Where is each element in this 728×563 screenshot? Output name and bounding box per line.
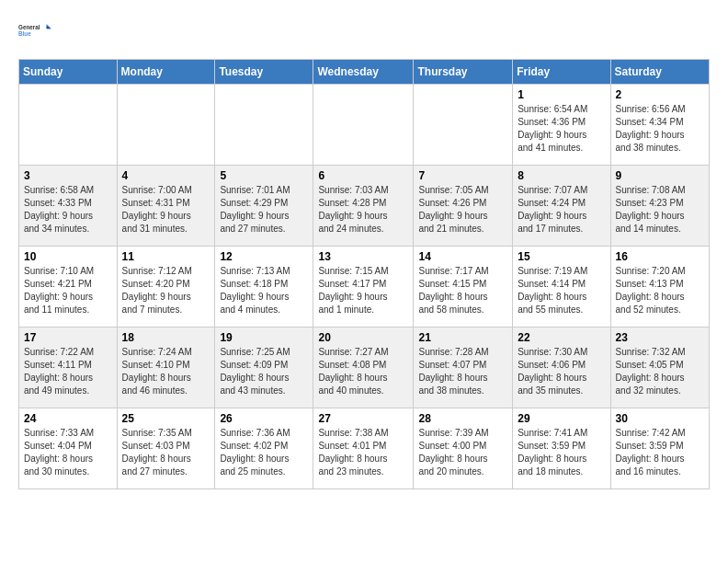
day-info: Sunrise: 7:28 AM Sunset: 4:07 PM Dayligh… — [418, 346, 507, 397]
day-number: 21 — [418, 331, 507, 344]
calendar-week-row: 24Sunrise: 7:33 AM Sunset: 4:04 PM Dayli… — [19, 408, 710, 489]
day-number: 25 — [122, 412, 210, 425]
day-info: Sunrise: 7:24 AM Sunset: 4:10 PM Dayligh… — [122, 346, 210, 397]
day-number: 10 — [24, 250, 112, 263]
day-info: Sunrise: 7:35 AM Sunset: 4:03 PM Dayligh… — [122, 427, 210, 478]
day-info: Sunrise: 7:00 AM Sunset: 4:31 PM Dayligh… — [122, 184, 210, 236]
day-number: 29 — [518, 412, 605, 425]
day-info: Sunrise: 7:13 AM Sunset: 4:18 PM Dayligh… — [220, 265, 308, 316]
day-number: 24 — [24, 412, 112, 425]
calendar-cell: 2Sunrise: 6:56 AM Sunset: 4:34 PM Daylig… — [610, 85, 709, 166]
calendar-cell: 4Sunrise: 7:00 AM Sunset: 4:31 PM Daylig… — [117, 166, 215, 247]
calendar-cell: 12Sunrise: 7:13 AM Sunset: 4:18 PM Dayli… — [215, 247, 313, 327]
day-number: 12 — [220, 250, 308, 263]
weekday-header-wednesday: Wednesday — [313, 60, 414, 85]
day-info: Sunrise: 7:30 AM Sunset: 4:06 PM Dayligh… — [518, 346, 605, 397]
day-info: Sunrise: 7:33 AM Sunset: 4:04 PM Dayligh… — [24, 427, 112, 478]
day-info: Sunrise: 7:10 AM Sunset: 4:21 PM Dayligh… — [24, 265, 112, 316]
calendar-cell: 6Sunrise: 7:03 AM Sunset: 4:28 PM Daylig… — [313, 166, 414, 247]
day-info: Sunrise: 7:42 AM Sunset: 3:59 PM Dayligh… — [616, 427, 704, 478]
weekday-header-row: SundayMondayTuesdayWednesdayThursdayFrid… — [19, 60, 710, 85]
day-info: Sunrise: 7:15 AM Sunset: 4:17 PM Dayligh… — [318, 265, 408, 316]
calendar-cell: 17Sunrise: 7:22 AM Sunset: 4:11 PM Dayli… — [19, 327, 118, 408]
calendar-week-row: 17Sunrise: 7:22 AM Sunset: 4:11 PM Dayli… — [19, 327, 710, 408]
day-number: 1 — [518, 88, 605, 101]
day-number: 3 — [24, 169, 112, 182]
day-info: Sunrise: 7:07 AM Sunset: 4:24 PM Dayligh… — [518, 184, 605, 236]
weekday-header-tuesday: Tuesday — [215, 60, 313, 85]
day-number: 14 — [418, 250, 507, 263]
calendar-week-row: 10Sunrise: 7:10 AM Sunset: 4:21 PM Dayli… — [19, 247, 710, 327]
calendar-cell: 22Sunrise: 7:30 AM Sunset: 4:06 PM Dayli… — [513, 327, 610, 408]
day-info: Sunrise: 6:54 AM Sunset: 4:36 PM Dayligh… — [518, 103, 605, 155]
calendar-cell: 1Sunrise: 6:54 AM Sunset: 4:36 PM Daylig… — [513, 85, 610, 166]
calendar-cell: 30Sunrise: 7:42 AM Sunset: 3:59 PM Dayli… — [610, 408, 709, 489]
calendar-cell: 29Sunrise: 7:41 AM Sunset: 3:59 PM Dayli… — [513, 408, 610, 489]
calendar-cell: 28Sunrise: 7:39 AM Sunset: 4:00 PM Dayli… — [414, 408, 513, 489]
svg-text:General: General — [18, 24, 40, 30]
day-info: Sunrise: 7:36 AM Sunset: 4:02 PM Dayligh… — [220, 427, 308, 478]
day-number: 17 — [24, 331, 112, 344]
calendar-cell: 25Sunrise: 7:35 AM Sunset: 4:03 PM Dayli… — [117, 408, 215, 489]
calendar-cell: 8Sunrise: 7:07 AM Sunset: 4:24 PM Daylig… — [513, 166, 610, 247]
day-info: Sunrise: 7:22 AM Sunset: 4:11 PM Dayligh… — [24, 346, 112, 397]
day-info: Sunrise: 7:03 AM Sunset: 4:28 PM Dayligh… — [318, 184, 408, 236]
logo: General Blue — [18, 15, 51, 48]
day-info: Sunrise: 7:05 AM Sunset: 4:26 PM Dayligh… — [418, 184, 507, 236]
day-info: Sunrise: 7:17 AM Sunset: 4:15 PM Dayligh… — [418, 265, 507, 316]
calendar-cell: 20Sunrise: 7:27 AM Sunset: 4:08 PM Dayli… — [313, 327, 414, 408]
day-number: 9 — [616, 169, 704, 182]
day-info: Sunrise: 6:58 AM Sunset: 4:33 PM Dayligh… — [24, 184, 112, 236]
day-info: Sunrise: 6:56 AM Sunset: 4:34 PM Dayligh… — [616, 103, 704, 155]
weekday-header-saturday: Saturday — [610, 60, 709, 85]
day-info: Sunrise: 7:19 AM Sunset: 4:14 PM Dayligh… — [518, 265, 605, 316]
day-number: 7 — [418, 169, 507, 182]
calendar-cell: 23Sunrise: 7:32 AM Sunset: 4:05 PM Dayli… — [610, 327, 709, 408]
weekday-header-friday: Friday — [513, 60, 610, 85]
day-number: 2 — [616, 88, 704, 101]
calendar-cell: 5Sunrise: 7:01 AM Sunset: 4:29 PM Daylig… — [215, 166, 313, 247]
calendar-week-row: 1Sunrise: 6:54 AM Sunset: 4:36 PM Daylig… — [19, 85, 710, 166]
day-number: 30 — [616, 412, 704, 425]
calendar-cell: 24Sunrise: 7:33 AM Sunset: 4:04 PM Dayli… — [19, 408, 118, 489]
day-info: Sunrise: 7:39 AM Sunset: 4:00 PM Dayligh… — [418, 427, 507, 478]
day-number: 18 — [122, 331, 210, 344]
day-info: Sunrise: 7:08 AM Sunset: 4:23 PM Dayligh… — [616, 184, 704, 236]
calendar-cell: 18Sunrise: 7:24 AM Sunset: 4:10 PM Dayli… — [117, 327, 215, 408]
day-number: 23 — [616, 331, 704, 344]
weekday-header-monday: Monday — [117, 60, 215, 85]
day-number: 13 — [318, 250, 408, 263]
svg-text:Blue: Blue — [18, 30, 31, 37]
day-number: 16 — [616, 250, 704, 263]
day-info: Sunrise: 7:12 AM Sunset: 4:20 PM Dayligh… — [122, 265, 210, 316]
day-info: Sunrise: 7:01 AM Sunset: 4:29 PM Dayligh… — [220, 184, 308, 236]
calendar-cell: 15Sunrise: 7:19 AM Sunset: 4:14 PM Dayli… — [513, 247, 610, 327]
day-number: 20 — [318, 331, 408, 344]
calendar-cell — [19, 85, 118, 166]
day-number: 22 — [518, 331, 605, 344]
day-number: 5 — [220, 169, 308, 182]
logo-icon: General Blue — [18, 15, 51, 48]
weekday-header-sunday: Sunday — [19, 60, 118, 85]
day-number: 27 — [318, 412, 408, 425]
page-header: General Blue — [18, 15, 710, 48]
day-number: 8 — [518, 169, 605, 182]
calendar-cell: 26Sunrise: 7:36 AM Sunset: 4:02 PM Dayli… — [215, 408, 313, 489]
day-number: 19 — [220, 331, 308, 344]
calendar-cell — [215, 85, 313, 166]
calendar-cell: 11Sunrise: 7:12 AM Sunset: 4:20 PM Dayli… — [117, 247, 215, 327]
calendar-cell: 21Sunrise: 7:28 AM Sunset: 4:07 PM Dayli… — [414, 327, 513, 408]
calendar-cell — [117, 85, 215, 166]
calendar-week-row: 3Sunrise: 6:58 AM Sunset: 4:33 PM Daylig… — [19, 166, 710, 247]
day-info: Sunrise: 7:27 AM Sunset: 4:08 PM Dayligh… — [318, 346, 408, 397]
calendar-table: SundayMondayTuesdayWednesdayThursdayFrid… — [18, 59, 710, 489]
calendar-cell: 10Sunrise: 7:10 AM Sunset: 4:21 PM Dayli… — [19, 247, 118, 327]
day-number: 15 — [518, 250, 605, 263]
day-number: 6 — [318, 169, 408, 182]
day-info: Sunrise: 7:32 AM Sunset: 4:05 PM Dayligh… — [616, 346, 704, 397]
calendar-cell — [414, 85, 513, 166]
calendar-cell: 7Sunrise: 7:05 AM Sunset: 4:26 PM Daylig… — [414, 166, 513, 247]
day-number: 26 — [220, 412, 308, 425]
day-info: Sunrise: 7:38 AM Sunset: 4:01 PM Dayligh… — [318, 427, 408, 478]
calendar-cell: 3Sunrise: 6:58 AM Sunset: 4:33 PM Daylig… — [19, 166, 118, 247]
